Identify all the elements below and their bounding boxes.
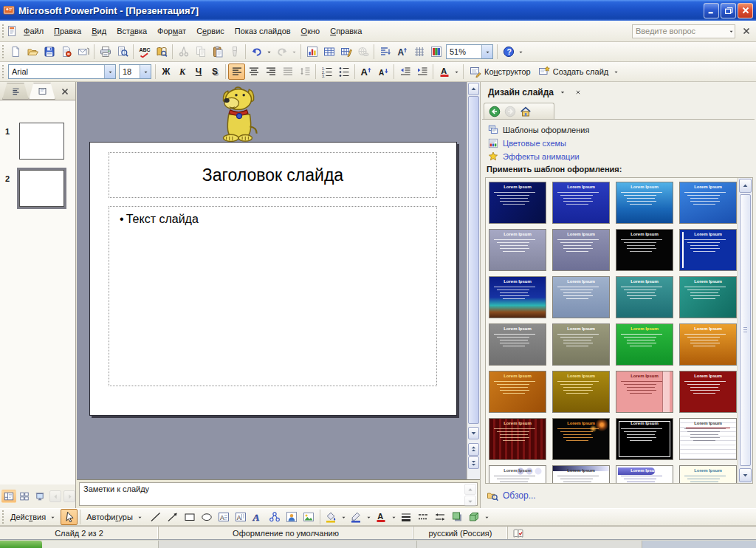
design-template-thumbnail[interactable]: Lorem Ipsum bbox=[552, 276, 610, 318]
start-button-edge[interactable] bbox=[0, 541, 42, 548]
design-template-thumbnail[interactable]: Lorem Ipsum bbox=[616, 323, 673, 366]
decrease-font-button[interactable]: A bbox=[374, 64, 391, 80]
italic-button[interactable]: К bbox=[174, 64, 190, 80]
toolbar-grip[interactable] bbox=[1, 44, 4, 59]
line-color-button[interactable] bbox=[348, 509, 365, 525]
design-template-thumbnail[interactable]: Lorem Ipsum bbox=[489, 371, 546, 413]
design-template-thumbnail[interactable]: Lorem Ipsum bbox=[616, 276, 673, 318]
menu-tools[interactable]: Сервис bbox=[191, 24, 230, 38]
draw-menu-button[interactable]: Действия bbox=[7, 509, 61, 525]
toolbar-options-button[interactable] bbox=[483, 509, 491, 525]
design-template-thumbnail[interactable]: Lorem Ipsum bbox=[616, 465, 673, 484]
slide-canvas[interactable]: Заголовок слайда • Текст слайда bbox=[89, 142, 457, 416]
font-combobox[interactable]: Arial bbox=[8, 64, 116, 79]
design-template-thumbnail[interactable]: Lorem Ipsum bbox=[489, 182, 546, 224]
menu-edit[interactable]: Правка bbox=[49, 24, 86, 38]
design-template-thumbnail[interactable]: Lorem Ipsum bbox=[679, 465, 737, 484]
menu-slideshow[interactable]: Показ слайдов bbox=[230, 24, 296, 38]
slide-thumbnail-2[interactable] bbox=[19, 170, 64, 207]
design-template-thumbnail[interactable]: Lorem Ipsum bbox=[552, 229, 610, 271]
color-grayscale-button[interactable] bbox=[427, 44, 444, 60]
new-slide-button[interactable]: Создать слайд bbox=[535, 64, 612, 80]
previous-slide-button[interactable] bbox=[468, 443, 479, 456]
bullets-button[interactable] bbox=[335, 64, 352, 80]
toolbar-options-button[interactable] bbox=[517, 44, 525, 60]
spelling-button[interactable]: ABC bbox=[136, 44, 153, 60]
print-preview-button[interactable] bbox=[114, 44, 131, 60]
document-close-button[interactable] bbox=[740, 24, 753, 38]
autoshapes-button[interactable]: Автофигуры bbox=[83, 509, 148, 525]
rectangle-button[interactable] bbox=[182, 509, 199, 525]
design-template-thumbnail[interactable]: Lorem Ipsum bbox=[489, 418, 546, 460]
design-template-thumbnail[interactable]: Lorem Ipsum bbox=[489, 323, 546, 366]
insert-chart-button[interactable] bbox=[303, 44, 320, 60]
shadow-style-button[interactable] bbox=[449, 509, 466, 525]
design-template-thumbnail[interactable]: Lorem Ipsum bbox=[552, 465, 610, 484]
font-color-dropdown[interactable] bbox=[453, 64, 461, 80]
fill-color-button[interactable] bbox=[323, 509, 340, 525]
draw-font-color-dropdown[interactable] bbox=[390, 509, 398, 525]
task-pane-close-button[interactable] bbox=[571, 86, 585, 99]
arrow-button[interactable] bbox=[165, 509, 182, 525]
decrease-indent-button[interactable] bbox=[396, 64, 413, 80]
dog-clipart[interactable] bbox=[211, 86, 264, 143]
close-button[interactable] bbox=[738, 3, 753, 18]
autoshapes-dropdown[interactable] bbox=[136, 509, 144, 525]
insert-table-button[interactable] bbox=[320, 44, 337, 60]
menu-view[interactable]: Вид bbox=[86, 24, 111, 38]
wordart-button[interactable]: A bbox=[250, 509, 267, 525]
question-dropdown[interactable] bbox=[728, 28, 735, 35]
gallery-scroll-thumb[interactable] bbox=[740, 194, 751, 466]
show-formatting-button[interactable]: А bbox=[394, 44, 410, 60]
oval-button[interactable] bbox=[199, 509, 216, 525]
save-button[interactable] bbox=[41, 44, 58, 60]
diagram-button[interactable] bbox=[267, 509, 284, 525]
help-button[interactable]: ? bbox=[500, 44, 517, 60]
undo-dropdown[interactable] bbox=[265, 44, 273, 60]
browse-link[interactable]: Обзор... bbox=[487, 490, 536, 501]
design-template-thumbnail[interactable]: Lorem Ipsum bbox=[552, 323, 610, 366]
text-box-button[interactable]: А bbox=[216, 509, 233, 525]
research-button[interactable] bbox=[153, 44, 170, 60]
minimize-button[interactable] bbox=[704, 3, 719, 18]
gallery-scroll-up-button[interactable] bbox=[739, 179, 752, 193]
draw-menu-dropdown[interactable] bbox=[49, 509, 57, 525]
design-template-thumbnail[interactable]: Lorem Ipsum bbox=[489, 465, 546, 484]
align-center-button[interactable] bbox=[245, 64, 262, 80]
arrow-style-button[interactable] bbox=[432, 509, 449, 525]
home-button[interactable] bbox=[518, 105, 532, 119]
increase-font-button[interactable]: A bbox=[357, 64, 374, 80]
gallery-scrollbar[interactable] bbox=[738, 178, 752, 483]
taskbar-button[interactable] bbox=[159, 541, 417, 548]
permission-button[interactable] bbox=[58, 44, 75, 60]
slide-thumbnail-1[interactable] bbox=[19, 123, 64, 160]
notes-input[interactable]: Заметки к слайду bbox=[79, 482, 478, 506]
design-template-thumbnail[interactable]: Lorem Ipsum bbox=[616, 418, 673, 460]
scroll-up-button[interactable] bbox=[468, 83, 479, 95]
expand-all-button[interactable] bbox=[377, 44, 394, 60]
scroll-down-button[interactable] bbox=[468, 427, 479, 439]
design-template-thumbnail[interactable]: Lorem Ipsum bbox=[679, 182, 737, 224]
slide-design-button[interactable]: Конструктор bbox=[466, 64, 535, 80]
paste-button[interactable] bbox=[209, 44, 226, 60]
animation-effects-link[interactable]: Эффекты анимации bbox=[488, 150, 752, 163]
design-template-thumbnail[interactable]: Lorem Ipsum bbox=[489, 229, 546, 271]
bold-button[interactable]: Ж bbox=[158, 64, 174, 80]
taskbar-button[interactable] bbox=[417, 541, 642, 548]
fill-color-dropdown[interactable] bbox=[340, 509, 348, 525]
select-objects-button[interactable] bbox=[61, 509, 78, 525]
slide-sorter-view-button[interactable] bbox=[17, 490, 32, 503]
toolbar-grip[interactable] bbox=[1, 24, 4, 38]
design-template-thumbnail[interactable]: Lorem Ipsum bbox=[679, 276, 737, 318]
numbering-button[interactable]: 1.2.3. bbox=[318, 64, 335, 80]
design-template-thumbnail[interactable]: Lorem Ipsum bbox=[679, 323, 737, 366]
editor-scrollbar[interactable] bbox=[467, 82, 480, 479]
toolbar-grip[interactable] bbox=[1, 64, 4, 79]
gallery-scroll-down-button[interactable] bbox=[739, 468, 752, 482]
align-right-button[interactable] bbox=[262, 64, 279, 80]
normal-view-button[interactable] bbox=[1, 490, 16, 503]
zoom-dropdown[interactable] bbox=[481, 45, 492, 58]
clip-art-button[interactable] bbox=[284, 509, 300, 525]
slide-show-button[interactable] bbox=[32, 490, 47, 503]
draw-font-color-button[interactable]: A bbox=[373, 509, 390, 525]
